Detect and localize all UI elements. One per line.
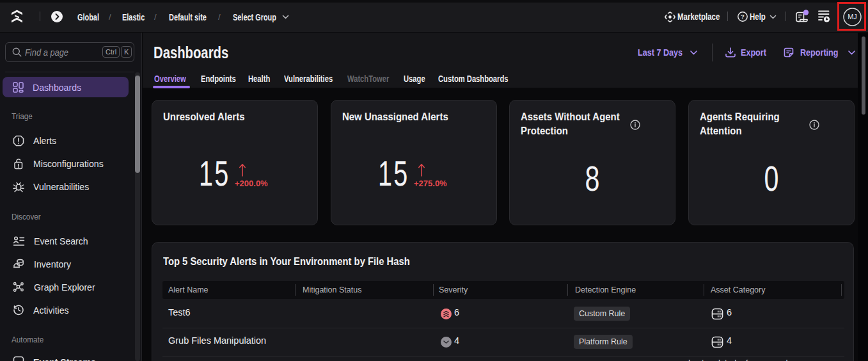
svg-text:?: ? <box>741 13 745 20</box>
